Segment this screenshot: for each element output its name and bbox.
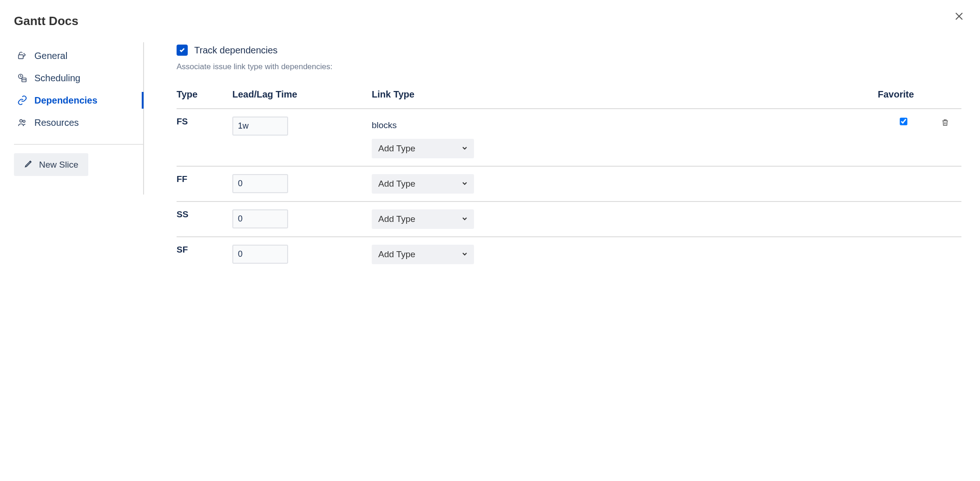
close-icon xyxy=(955,11,963,23)
sidebar-item-resources[interactable]: Resources xyxy=(14,111,143,134)
col-header-leadlag: Lead/Lag Time xyxy=(232,81,372,109)
table-row: FFAdd Type xyxy=(177,166,961,201)
close-button[interactable] xyxy=(952,9,966,25)
sidebar: General Scheduling xyxy=(14,42,144,195)
add-type-label: Add Type xyxy=(378,249,415,260)
add-type-dropdown[interactable]: Add Type xyxy=(372,174,474,194)
check-icon xyxy=(179,47,185,53)
table-row: SFAdd Type xyxy=(177,237,961,272)
new-slice-button[interactable]: New Slice xyxy=(14,153,88,176)
add-type-label: Add Type xyxy=(378,214,415,224)
track-dependencies-checkbox[interactable] xyxy=(177,45,188,56)
lock-pencil-icon xyxy=(17,50,28,61)
hint-text: Associate issue link type with dependenc… xyxy=(177,62,961,72)
col-header-favorite: Favorite xyxy=(878,81,961,109)
add-type-dropdown[interactable]: Add Type xyxy=(372,245,474,264)
favorite-checkbox[interactable] xyxy=(900,117,907,125)
settings-dialog: Gantt Docs General xyxy=(0,0,980,281)
nav-list: General Scheduling xyxy=(14,45,143,145)
table-row: SSAdd Type xyxy=(177,202,961,236)
dialog-title: Gantt Docs xyxy=(14,14,79,28)
leadlag-input[interactable] xyxy=(232,245,288,264)
svg-point-5 xyxy=(20,120,23,123)
col-header-type: Type xyxy=(177,81,232,109)
col-header-linktype: Link Type xyxy=(372,81,878,109)
link-type-value: blocks xyxy=(372,117,873,134)
add-type-label: Add Type xyxy=(378,143,415,154)
pencil-icon xyxy=(24,159,33,170)
track-dependencies-label: Track dependencies xyxy=(194,45,277,56)
sidebar-item-label: Scheduling xyxy=(34,73,80,84)
chevron-down-icon xyxy=(462,145,467,152)
dependencies-table: Type Lead/Lag Time Link Type Favorite FS… xyxy=(177,81,961,272)
chevron-down-icon xyxy=(462,251,467,258)
sidebar-item-label: Dependencies xyxy=(34,95,98,106)
type-cell: FS xyxy=(177,109,232,166)
type-cell: FF xyxy=(177,166,232,201)
sidebar-item-dependencies[interactable]: Dependencies xyxy=(14,89,143,111)
delete-button[interactable] xyxy=(939,117,951,130)
main-panel: Track dependencies Associate issue link … xyxy=(158,42,966,272)
svg-rect-2 xyxy=(19,55,23,58)
type-cell: SS xyxy=(177,202,232,236)
link-icon xyxy=(17,95,28,106)
trash-icon xyxy=(941,121,949,128)
leadlag-input[interactable] xyxy=(232,117,288,136)
sidebar-item-general[interactable]: General xyxy=(14,45,143,67)
clock-calendar-icon xyxy=(17,72,28,84)
sidebar-item-label: Resources xyxy=(34,117,79,128)
add-type-dropdown[interactable]: Add Type xyxy=(372,209,474,229)
sidebar-item-scheduling[interactable]: Scheduling xyxy=(14,67,143,89)
table-row: FSblocksAdd Type xyxy=(177,109,961,166)
sidebar-item-label: General xyxy=(34,51,67,61)
svg-point-6 xyxy=(23,120,25,123)
type-cell: SF xyxy=(177,237,232,272)
leadlag-input[interactable] xyxy=(232,174,288,193)
people-icon xyxy=(17,117,28,128)
add-type-label: Add Type xyxy=(378,179,415,189)
add-type-dropdown[interactable]: Add Type xyxy=(372,139,474,158)
chevron-down-icon xyxy=(462,216,467,223)
chevron-down-icon xyxy=(462,181,467,188)
leadlag-input[interactable] xyxy=(232,209,288,228)
new-slice-label: New Slice xyxy=(39,160,78,170)
